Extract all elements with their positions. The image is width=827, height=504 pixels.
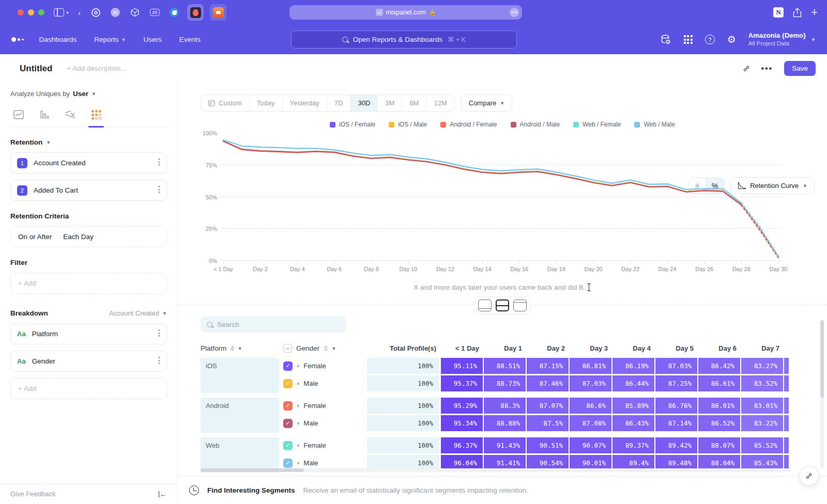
horizontal-scrollbar[interactable]: [201, 468, 791, 472]
series-checkbox[interactable]: ✓: [283, 361, 293, 371]
retention-value-cell[interactable]: 87.03%: [655, 358, 698, 374]
tab-insights-icon[interactable]: [12, 109, 25, 120]
retention-value-cell[interactable]: 87.15%: [527, 358, 570, 374]
retention-value-cell[interactable]: 83.52%: [741, 375, 784, 391]
nav-item-events[interactable]: Events: [179, 36, 201, 43]
range-6m[interactable]: 6M: [402, 95, 426, 111]
retention-value-cell[interactable]: 86.76%: [655, 398, 698, 414]
retention-value-cell[interactable]: 88.3%: [484, 398, 527, 414]
day-column-header[interactable]: Day 2: [529, 344, 572, 352]
apps-grid-icon[interactable]: [684, 35, 693, 44]
retention-value-cell[interactable]: 95.37%: [441, 375, 484, 391]
save-button[interactable]: Save: [784, 61, 816, 76]
legend-item[interactable]: Android / Male: [511, 121, 560, 128]
retention-value-cell[interactable]: 86.19%: [612, 358, 655, 374]
legend-item[interactable]: Android / Female: [440, 121, 497, 128]
criteria-mode[interactable]: On or After: [18, 233, 52, 241]
retention-step-1[interactable]: 1Account Created• • •: [10, 152, 167, 174]
retention-value-cell[interactable]: 95.29%: [441, 398, 484, 414]
analyze-entity-select[interactable]: User: [73, 90, 88, 98]
breakdown-scope-select[interactable]: Account Created ▼: [109, 309, 167, 317]
range-custom[interactable]: Custom: [201, 95, 250, 111]
minimize-window-button[interactable]: [28, 9, 34, 15]
total-column-header[interactable]: Total Profile(s): [371, 344, 443, 352]
legend-item[interactable]: Web / Male: [634, 121, 675, 128]
breakdown-item-platform[interactable]: AaPlatform• • •: [10, 323, 167, 344]
kebab-menu-icon[interactable]: • • •: [158, 357, 160, 365]
retention-value-cell[interactable]: 87.5%: [527, 415, 570, 431]
kebab-menu-icon[interactable]: • • •: [158, 329, 160, 338]
collapse-sidebar-icon[interactable]: ←: [159, 490, 167, 498]
retention-value-cell[interactable]: 89.37%: [612, 437, 655, 453]
tab-retention-icon[interactable]: [90, 109, 102, 120]
layout-split-icon[interactable]: [496, 300, 509, 311]
table-search-input[interactable]: Search: [201, 317, 346, 333]
retention-value-cell[interactable]: 91.43%: [484, 437, 527, 453]
expand-chevron-icon[interactable]: ›: [297, 363, 299, 369]
retention-value-cell[interactable]: 86.6%: [570, 398, 612, 414]
range-12m[interactable]: 12M: [426, 95, 454, 111]
retention-value-cell[interactable]: 95.11%: [441, 358, 484, 374]
day-column-header[interactable]: Day 6: [701, 344, 744, 352]
range-yesterday[interactable]: Yesterday: [283, 95, 327, 111]
scrollbar-thumb[interactable]: [201, 468, 304, 472]
share-icon[interactable]: [793, 8, 802, 18]
browser-tabs[interactable]: m JS: [89, 4, 226, 21]
retention-value-cell[interactable]: 83.22%: [741, 415, 784, 431]
gender-column-header[interactable]: − Gender 3 ▼: [283, 344, 371, 353]
nav-item-users[interactable]: Users: [144, 36, 162, 43]
series-checkbox[interactable]: ✓: [283, 401, 293, 411]
series-checkbox[interactable]: ✓: [283, 441, 293, 450]
retention-value-cell[interactable]: 83.01%: [741, 398, 784, 414]
day-column-header[interactable]: Day 3: [572, 344, 615, 352]
compare-button[interactable]: Compare ▼: [461, 94, 512, 112]
kebab-menu-icon[interactable]: • • •: [158, 159, 160, 167]
retention-value-cell[interactable]: 83.27%: [741, 358, 784, 374]
range-30d[interactable]: 30D: [350, 95, 378, 111]
day-column-header[interactable]: < 1 Day: [443, 344, 486, 352]
notion-extension-icon[interactable]: N: [773, 7, 784, 18]
range-3m[interactable]: 3M: [378, 95, 402, 111]
zoom-window-button[interactable]: [38, 9, 44, 15]
share-link-floating-button[interactable]: ⚯: [800, 466, 819, 485]
retention-value-cell[interactable]: 88.88%: [484, 415, 527, 431]
orange-app-icon[interactable]: [210, 4, 226, 21]
js-icon[interactable]: JS: [148, 6, 161, 19]
retention-value-cell[interactable]: 87.25%: [655, 375, 698, 391]
retention-value-cell[interactable]: 86.44%: [612, 375, 655, 391]
retention-criteria-card[interactable]: On or After Each Day: [10, 226, 167, 247]
retention-value-cell[interactable]: 90.51%: [527, 437, 570, 453]
close-window-button[interactable]: [18, 9, 24, 15]
platform-cell[interactable]: Android: [201, 398, 279, 433]
retention-value-cell[interactable]: 87.14%: [655, 415, 698, 431]
retention-value-cell[interactable]: 87.46%: [527, 375, 570, 391]
report-title[interactable]: Untitled: [20, 64, 52, 74]
m-avatar-icon[interactable]: m: [109, 6, 122, 19]
cube-icon[interactable]: [128, 6, 142, 19]
sidebar-toggle-icon[interactable]: ▾: [54, 8, 69, 17]
red-app-icon[interactable]: [187, 4, 204, 21]
add-filter-button[interactable]: + Add: [10, 273, 167, 294]
help-icon[interactable]: ?: [705, 35, 715, 44]
retention-value-cell[interactable]: 95.34%: [441, 415, 484, 431]
retention-value-cell[interactable]: 90.07%: [570, 437, 612, 453]
retention-value-cell[interactable]: 88.51%: [484, 358, 527, 374]
add-description-button[interactable]: + Add description...: [67, 65, 126, 72]
retention-value-cell[interactable]: 89.42%: [655, 437, 698, 453]
address-bar[interactable]: •• mixpanel.com 🔒 •••: [289, 5, 522, 20]
retention-value-cell[interactable]: 87.08%: [570, 415, 612, 431]
expand-chevron-icon[interactable]: ›: [297, 460, 299, 466]
breakdown-item-gender[interactable]: AaGender• • •: [10, 351, 167, 372]
retention-value-cell[interactable]: 87.07%: [527, 398, 570, 414]
indeterminate-checkbox[interactable]: −: [283, 344, 292, 353]
tab-funnels-icon[interactable]: [38, 109, 51, 120]
series-checkbox[interactable]: ✓: [283, 379, 293, 388]
globe-bird-icon[interactable]: [167, 6, 181, 19]
day-column-header[interactable]: Day 4: [615, 344, 658, 352]
retention-step-2[interactable]: 2Added To Cart• • •: [10, 180, 167, 201]
scrollbar-thumb[interactable]: [820, 320, 824, 398]
nav-item-reports[interactable]: Reports▼: [94, 36, 126, 43]
legend-item[interactable]: Web / Female: [573, 121, 621, 128]
expand-chevron-icon[interactable]: ›: [297, 443, 299, 448]
add-breakdown-button[interactable]: + Add: [10, 378, 167, 399]
